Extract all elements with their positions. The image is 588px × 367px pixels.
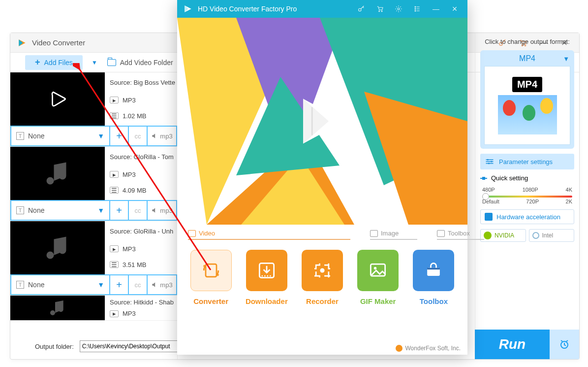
svg-point-25: [267, 275, 268, 277]
close-button[interactable]: ×: [448, 2, 462, 16]
key-icon[interactable]: [354, 2, 368, 16]
schedule-button[interactable]: [550, 330, 579, 359]
thumbnail[interactable]: [10, 72, 105, 126]
add-subtitle-button[interactable]: +: [109, 201, 128, 220]
play-icon: [47, 89, 68, 109]
add-folder-label: Add Video Folder: [120, 59, 173, 67]
hero-graphic: [177, 18, 467, 225]
svg-point-29: [374, 267, 377, 270]
thumbnail[interactable]: [10, 296, 105, 320]
sliders-icon: [485, 158, 494, 165]
nvidia-chip[interactable]: NVIDIA: [480, 229, 526, 242]
svg-point-3: [487, 159, 489, 161]
file-item: Source: GloRilla - Tom ▸MP3 ☰4.09 MB TNo…: [10, 147, 177, 221]
format-text: MP3: [123, 97, 136, 104]
text-icon: T: [16, 132, 24, 140]
cc-button[interactable]: cc: [128, 127, 147, 145]
format-preview: MP4: [484, 66, 570, 145]
cart-icon[interactable]: [373, 2, 387, 16]
section-video: Video: [188, 230, 350, 240]
speaker-icon: [151, 207, 158, 214]
subtitle-select[interactable]: TNone▼: [11, 281, 109, 289]
audio-select[interactable]: mp3: [147, 127, 176, 145]
add-subtitle-button[interactable]: +: [109, 275, 128, 294]
intel-chip[interactable]: Intel: [529, 229, 575, 242]
format-label: MP4: [484, 54, 570, 63]
format-icon: ▸: [110, 245, 119, 252]
add-folder-button[interactable]: Add Video Folder: [107, 59, 173, 67]
size-icon: ☰: [110, 112, 119, 119]
tile-toolbox[interactable]: Toolbox: [411, 250, 457, 305]
size-icon: ☰: [110, 261, 119, 268]
size-text: 1.02 MB: [123, 112, 146, 120]
svg-point-10: [398, 8, 400, 10]
alarm-icon: [558, 338, 570, 350]
chevron-down-icon: ▼: [563, 55, 569, 63]
text-icon: T: [16, 281, 24, 289]
launcher-footer: WonderFox Soft, Inc.: [396, 345, 461, 352]
launcher-titlebar: HD Video Converter Factory Pro — ×: [177, 0, 467, 18]
section-tabs: Video Image Toolbox: [186, 230, 459, 243]
svg-point-5: [488, 163, 490, 164]
format-hint: Click to change output format:: [480, 38, 574, 45]
output-folder-label: Output folder:: [35, 343, 74, 350]
size-text: 3.51 MB: [123, 261, 146, 268]
thumbnail[interactable]: [10, 147, 105, 200]
tile-converter[interactable]: Converter: [188, 250, 234, 305]
tile-label: Downloader: [246, 297, 288, 305]
quality-slider[interactable]: [482, 196, 572, 198]
launcher-title: HD Video Converter Factory Pro: [198, 5, 297, 13]
add-files-dropdown[interactable]: ▼: [92, 59, 97, 66]
audio-select[interactable]: mp3: [147, 275, 176, 294]
format-text: MP3: [123, 310, 136, 317]
hardware-accel-button[interactable]: Hardware acceleration: [480, 209, 574, 224]
source-label: Source: Hitkidd - Shab: [110, 299, 172, 306]
cc-button[interactable]: cc: [128, 275, 147, 294]
slider-thumb[interactable]: [482, 193, 489, 200]
image-icon: [370, 230, 378, 237]
chip-icon: [485, 213, 493, 221]
size-text: 4.09 MB: [123, 187, 146, 194]
svg-point-12: [415, 8, 416, 9]
svg-rect-31: [428, 268, 440, 270]
menu-icon[interactable]: [410, 2, 424, 16]
plus-icon: +: [35, 57, 40, 67]
gear-icon[interactable]: [392, 2, 405, 16]
footer-text: WonderFox Soft, Inc.: [405, 345, 461, 352]
svg-point-8: [379, 11, 380, 12]
add-subtitle-button[interactable]: +: [109, 127, 128, 145]
preview-image: [498, 95, 557, 134]
format-text: MP3: [123, 171, 136, 178]
subtitle-select[interactable]: TNone▼: [11, 132, 109, 140]
cc-button[interactable]: cc: [128, 201, 147, 220]
intel-icon: [532, 232, 539, 239]
minimize-button[interactable]: —: [429, 2, 443, 16]
file-item: Source: Big Boss Vette ▸MP3 ☰1.02 MB TNo…: [10, 72, 177, 147]
tile-label: Recorder: [306, 297, 339, 305]
svg-point-13: [415, 10, 416, 11]
format-icon: ▸: [110, 97, 119, 103]
parameter-settings-button[interactable]: Parameter settings: [480, 154, 574, 169]
svg-rect-21: [206, 264, 217, 277]
subtitle-select[interactable]: TNone▼: [11, 206, 109, 214]
format-icon: ▸: [110, 171, 119, 178]
source-label: Source: GloRilla - Unh: [110, 228, 172, 235]
thumbnail[interactable]: [10, 221, 105, 274]
output-format-button[interactable]: MP4 ▼ MP4: [480, 50, 574, 149]
app-logo-icon: [183, 4, 193, 14]
audio-select[interactable]: mp3: [147, 201, 176, 220]
music-icon: [43, 159, 72, 188]
tile-recorder[interactable]: Recorder: [299, 250, 345, 305]
tile-downloader[interactable]: Downloader: [244, 250, 289, 305]
add-files-button[interactable]: + Add Files: [25, 55, 83, 70]
output-folder-input[interactable]: [80, 340, 183, 352]
quick-setting-label: Quick setting: [480, 174, 574, 182]
svg-point-27: [320, 268, 324, 272]
tile-gifmaker[interactable]: GIF Maker: [355, 250, 401, 305]
file-list: Source: Big Boss Vette ▸MP3 ☰1.02 MB TNo…: [10, 72, 178, 359]
add-files-label: Add Files: [44, 59, 73, 67]
video-icon: [188, 230, 196, 237]
file-item: Source: GloRilla - Unh ▸MP3 ☰3.51 MB TNo…: [10, 221, 177, 296]
section-image: Image: [370, 230, 417, 240]
run-button[interactable]: Run: [475, 330, 550, 359]
